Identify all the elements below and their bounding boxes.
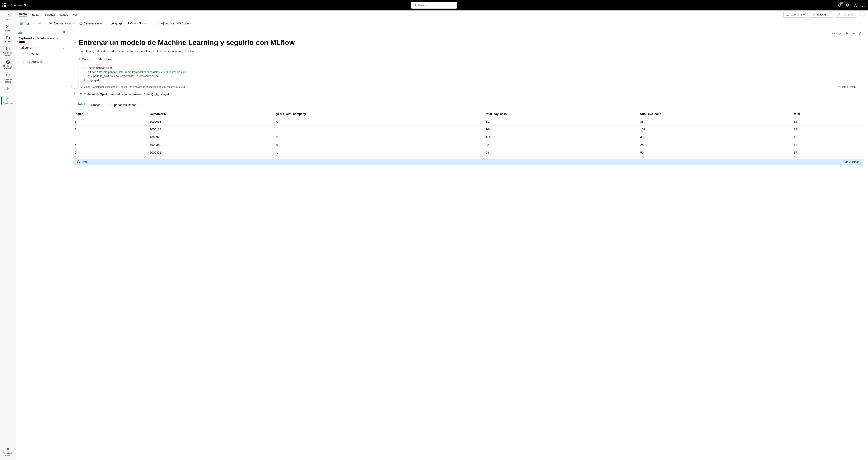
list-icon [80,93,83,96]
svg-point-22 [39,23,40,24]
check-icon: ✓ [81,85,83,88]
table-header[interactable]: Índice [73,110,148,118]
insert-code-button[interactable]: +Código [79,57,91,61]
cell-status: ✓ 2 sec - Command executed in 2 sec 43 m… [79,84,863,90]
nav-home[interactable]: Inicio [5,13,11,21]
nav-datahub[interactable]: Centro de datos [0,47,16,56]
menubar: Inicio Editar Ejecutar Datos Ver Comenta… [16,10,868,19]
folder-icon [27,60,30,63]
tab-chart[interactable]: Gráfico [91,103,100,107]
menu-edit[interactable]: Editar [32,13,40,16]
cell-language-button[interactable]: PySpark (Python) [837,85,861,89]
table-header[interactable]: total_day_calls [484,110,639,118]
settings-icon[interactable] [845,3,849,7]
menu-run[interactable]: Ejecutar [44,13,55,16]
table-settings-icon[interactable] [147,103,150,106]
code-icon[interactable] [831,31,836,36]
chevron-down-icon [857,85,861,89]
code-cell[interactable]: 1import pandas as pd 2# Load data into p… [79,64,863,90]
menu-home[interactable]: Inicio [19,12,27,17]
table-cell: 2 [73,125,148,133]
spark-jobs[interactable]: Trabajos de Spark (realizados correctame… [80,93,153,96]
menu-data[interactable]: Datos [60,13,68,16]
table-header[interactable]: years_with_company [275,110,484,118]
notifications-icon[interactable]: 62 [838,3,842,7]
table-row: 510004711535937 [73,149,863,156]
table-row: 410003400922411 [73,141,863,149]
swap-icon[interactable] [62,46,65,49]
pin-icon[interactable] [35,46,39,49]
top-icons: 62 [838,3,866,7]
tree-files[interactable]: Archivos [19,59,65,64]
table-cell: 1 [275,149,484,156]
table-cell: 102 [639,125,792,133]
menu-view[interactable]: Ver [73,13,77,16]
svg-line-1 [415,6,416,6]
feedback-icon[interactable] [861,3,866,7]
run-all-button[interactable]: Ejecutar todo [49,22,75,25]
tree-tables[interactable]: Tablas [19,52,65,57]
edit-mode-button[interactable]: Edición [809,12,833,18]
cell-count: 1 de 2 celdas [843,160,859,164]
content-area: Inicio Editar Ejecutar Datos Ver Comenta… [16,10,868,460]
save-icon[interactable] [19,22,23,25]
table-header[interactable]: total_eve_calls [639,110,792,118]
table-cell: 11 [792,141,863,149]
table-cell: 1 [73,118,148,125]
breadcrumb: Cuaderno 3 [10,4,26,7]
toolbar: Ejecutar todo Detener sesión Lenguaje Py… [16,19,868,28]
svg-point-15 [8,88,9,89]
comment-button[interactable]: Comentario [783,12,807,18]
language-select[interactable]: PySpark (Pytho... [126,21,154,26]
table-row: 3100032631164345 [73,133,863,141]
table-cell: 4 [73,141,148,149]
output-meta: Trabajos de Spark (realizados correctame… [73,92,863,96]
table-header[interactable]: CustomerID [148,110,275,118]
svg-rect-24 [846,33,848,35]
nav-datascience[interactable]: Ciencia de datos [0,447,16,457]
edit-icon[interactable] [838,31,843,36]
nav-browse[interactable]: Examinar [2,35,13,43]
collapse-cell-icon[interactable] [73,41,76,44]
open-vscode-button[interactable]: Abrir en VS Code [161,22,189,25]
svg-rect-37 [147,103,150,106]
table-cell: 59 [639,149,792,156]
svg-point-36 [862,94,862,94]
nav-workspaces[interactable]: Áreas de trabajo [0,74,16,83]
chevron-down-icon [827,13,830,16]
nav-notebook-active[interactable]: Cuaderno 3 [1,97,14,105]
chevron-down-icon [72,22,75,25]
search-field[interactable] [418,4,455,7]
people-icon[interactable] [859,12,865,17]
table-row: 1100003801178832 [73,118,863,125]
svg-rect-31 [157,93,159,95]
lakehouse-name[interactable]: lakechurn [19,46,65,49]
more-icon[interactable] [860,92,863,96]
search-input[interactable] [411,2,457,8]
settings-toolbar-icon[interactable] [38,22,42,25]
help-icon[interactable] [854,3,858,7]
tab-table[interactable]: Tabla [78,103,85,107]
nav-people[interactable] [5,87,11,91]
nav-create[interactable]: Crear [4,25,11,32]
table-header[interactable]: total_ [792,110,863,118]
nav-monitor[interactable]: Centro de supervisión [0,60,16,69]
export-results[interactable]: Exportar resultados [106,103,141,107]
check-icon [77,160,80,164]
log[interactable]: Registro [156,93,172,96]
search-icon [413,4,417,7]
table-cell: 1000326 [148,133,275,141]
svg-rect-16 [7,98,9,101]
lock-icon[interactable] [844,31,849,36]
collapse-panel-icon[interactable] [62,30,65,34]
stop-session-button[interactable]: Detener sesión [79,22,103,25]
app-launcher-icon[interactable] [2,3,6,7]
expand-icon[interactable] [73,93,76,96]
delete-icon[interactable] [858,31,863,36]
more-icon[interactable] [851,31,856,36]
topbar: Cuaderno 3 62 [0,0,868,10]
table-cell: 164 [484,125,639,133]
notebook-area: Entrenar un modelo de Machine Learning y… [68,28,868,460]
insert-markdown-button[interactable]: +Markdown [95,57,112,61]
download-icon[interactable] [26,22,35,25]
